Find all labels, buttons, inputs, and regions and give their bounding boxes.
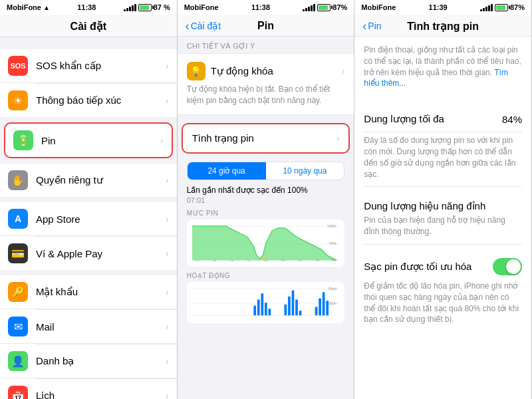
signal-icon-2 (303, 4, 315, 11)
wifi-icon: ▲ (43, 4, 50, 11)
time-tab-bar: 24 giờ qua 10 ngày qua (187, 162, 345, 180)
chevron-icon: › (166, 287, 169, 297)
list-item-mail[interactable]: ✉ Mail › (0, 310, 177, 344)
activity-chart: 60ph 30ph (192, 287, 340, 318)
sac-pin-desc: Để giảm tốc độ lão hóa pin, iPhone ghi n… (364, 281, 522, 325)
pin-label: Pin (41, 135, 160, 146)
hoat-dong-section: HOẠT ĐỘNG 60ph 30ph (187, 272, 345, 323)
sos-icon: SOS (8, 56, 28, 76)
svg-text:00: 00 (264, 259, 268, 261)
mail-icon: ✉ (8, 317, 28, 336)
back-label-2: Cài đặt (191, 21, 221, 31)
wallet-icon: 💳 (8, 243, 28, 263)
activity-chart-container: 60ph 30ph (187, 282, 345, 323)
status-bar-3: MobiFone 11:39 87% (354, 0, 531, 15)
section-header-details: CHI TIẾT VÀ GỢI Ý (178, 37, 354, 53)
nav-header-3: ‹ Pin Tình trạng pin (354, 15, 531, 37)
contacts-icon: 👤 (8, 351, 28, 371)
sac-pin-toggle[interactable] (493, 258, 522, 275)
svg-text:12: 12 (195, 259, 199, 261)
svg-rect-26 (288, 297, 291, 316)
status-left-1: MobiFone ▲ (7, 3, 50, 11)
svg-text:18: 18 (229, 259, 233, 261)
time-1: 11:38 (77, 3, 96, 11)
carrier-2: MobiFone (184, 3, 219, 11)
mail-label: Mail (36, 321, 166, 332)
signal-icon (124, 4, 136, 11)
hieu-nang-dinh-desc: Pin của bạn hiện đang hỗ trợ hiệu năng đ… (364, 215, 522, 237)
tab-24h[interactable]: 24 giờ qua (188, 162, 266, 180)
list-item-thongbao[interactable]: ☀ Thông báo tiếp xúc › (0, 84, 177, 117)
chevron-icon: › (166, 95, 169, 106)
svg-text:60ph: 60ph (328, 287, 336, 291)
panel-pin: MobiFone 11:38 87% ‹ Cài đặt Pin CHI TIẾ… (178, 0, 355, 399)
status-right-2: 87% (303, 3, 347, 11)
status-left-2: MobiFone (184, 3, 219, 11)
hieu-nang-dinh-section: Dung lượng hiệu năng đỉnh Pin của bạn hi… (364, 187, 522, 245)
section-group-1: SOS SOS khẩn cấp › ☀ Thông báo tiếp xúc … (0, 49, 177, 117)
vi-label: Ví & Apple Pay (36, 248, 166, 259)
last-charged-time: 07:01 (187, 196, 345, 204)
status-bar-1: MobiFone ▲ 11:38 87% (0, 0, 177, 15)
section-group-3: ✋ Quyền riêng tư › (0, 164, 177, 197)
sac-pin-section: Sạc pin được tối ưu hóa Để giảm tốc độ l… (364, 245, 522, 332)
muc-pin-section: MỨC PIN 100% 50% 0% ⚡ (187, 209, 345, 267)
panel-tinh-trang: MobiFone 11:39 87% ‹ Pin Tình trạng pin … (354, 0, 532, 399)
svg-text:15: 15 (212, 259, 216, 261)
nav-header-2: ‹ Cài đặt Pin (178, 15, 354, 37)
carrier-1: MobiFone (7, 3, 41, 11)
chevron-icon: › (166, 213, 169, 224)
list-item-appstore[interactable]: A App Store › (0, 202, 177, 236)
back-button-2[interactable]: ‹ Cài đặt (186, 20, 221, 32)
time-3: 11:39 (429, 3, 448, 11)
svg-rect-28 (295, 299, 298, 315)
svg-rect-24 (268, 309, 271, 315)
chevron-icon-autolock: › (342, 66, 345, 76)
bulb-icon: 💡 (187, 62, 205, 80)
dung-luong-toi-da-section: Dung lượng tối đa 84% Đây là số đo dung … (364, 100, 522, 187)
hieu-nang-dinh-row: Dung lượng hiệu năng đỉnh (364, 194, 522, 212)
chevron-icon: › (166, 175, 169, 186)
list-item-vi[interactable]: 💳 Ví & Apple Pay › (0, 237, 177, 270)
settings-list-1: SOS SOS khẩn cấp › ☀ Thông báo tiếp xúc … (0, 37, 177, 399)
battery-icon-2 (317, 4, 331, 11)
signal-icon-3 (480, 4, 493, 11)
svg-rect-31 (319, 299, 321, 316)
svg-rect-20 (253, 306, 256, 316)
svg-text:21: 21 (247, 259, 251, 261)
tab-10day[interactable]: 10 ngày qua (266, 162, 344, 180)
calendar-icon: 📅 (8, 386, 28, 399)
list-item-sos[interactable]: SOS SOS khẩn cấp › (0, 49, 177, 83)
pin-chart-container: 100% 50% 0% ⚡ 12 15 18 21 (187, 219, 345, 267)
svg-text:30ph: 30ph (328, 301, 336, 305)
danhba-label: Danh bạ (36, 355, 166, 367)
list-item-matkhau[interactable]: 🔑 Mật khẩu › (0, 275, 177, 309)
auto-lock-card: 💡 Tự động khóa › Tự động khóa hiện bị tắ… (178, 53, 354, 115)
nav-header-1: Cài đặt (0, 15, 177, 37)
list-item-lich[interactable]: 📅 Lịch › (0, 379, 177, 399)
battery-fill-1 (140, 5, 149, 10)
list-item-danhba[interactable]: 👤 Danh bạ › (0, 344, 177, 378)
battery-icon-3 (495, 4, 508, 11)
back-button-3[interactable]: ‹ Pin (362, 20, 381, 32)
chevron-icon: › (166, 321, 169, 332)
tinh-trang-item[interactable]: Tình trạng pin › (182, 123, 350, 154)
sos-label: SOS khẩn cấp (36, 60, 166, 72)
battery-pct-1: 87 (154, 3, 162, 11)
thongbao-label: Thông báo tiếp xúc (36, 94, 166, 106)
page-title-3: Tình trạng pin (362, 20, 523, 33)
svg-rect-32 (322, 292, 325, 315)
svg-rect-33 (326, 301, 329, 315)
svg-rect-21 (257, 299, 260, 315)
svg-rect-29 (299, 311, 301, 315)
store-icon: A (8, 209, 28, 229)
list-item-pin[interactable]: 🔋 Pin › (4, 122, 173, 158)
last-charged-label: Lần gần nhất được sạc đến 100% (187, 186, 345, 195)
svg-rect-22 (261, 293, 263, 315)
dung-luong-toi-da-value: 84% (502, 114, 522, 125)
sac-pin-title: Sạc pin được tối ưu hóa (364, 261, 471, 273)
svg-rect-30 (315, 307, 317, 316)
list-item-quyen[interactable]: ✋ Quyền riêng tư › (0, 164, 177, 197)
section-group-2: 🔋 Pin › (0, 122, 177, 158)
chevron-icon: › (160, 135, 164, 146)
